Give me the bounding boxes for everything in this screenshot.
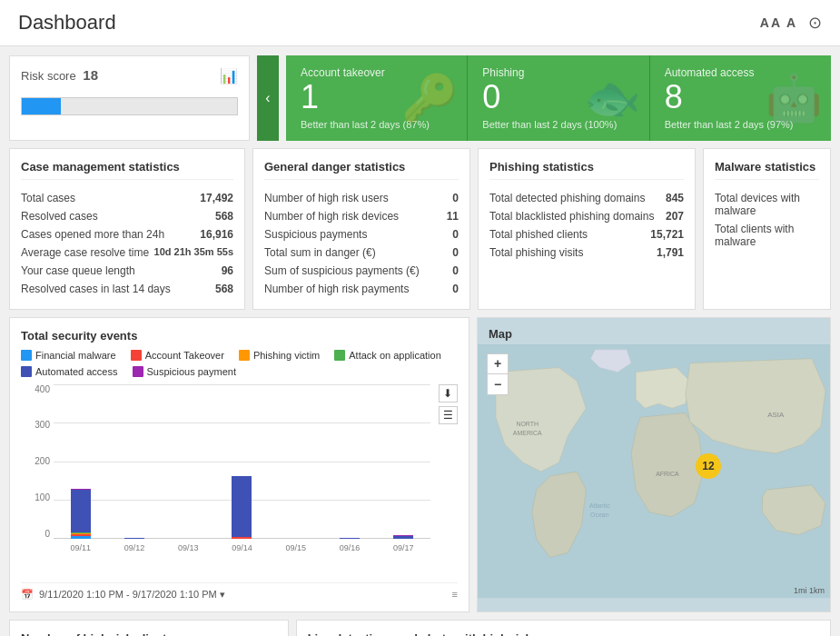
phishing-card: Phishing 0 Better than last 2 days (100%…	[468, 55, 649, 141]
stat-row: Number of high risk devices11	[264, 207, 459, 225]
svg-text:Atlantic: Atlantic	[589, 502, 610, 508]
chart-icon: 📊	[220, 67, 238, 84]
stat-row: Resolved cases in last 14 days568	[21, 280, 233, 298]
phishing-victim-color	[239, 350, 250, 361]
stat-row: Total devices with malware	[715, 189, 819, 220]
legend-suspicious: Suspicious payment	[133, 366, 236, 377]
case-management-card: Case management statistics Total cases17…	[9, 148, 245, 310]
phishing-stats-rows: Total detected phishing domains845 Total…	[489, 189, 684, 262]
svg-text:AFRICA: AFRICA	[656, 471, 679, 477]
bar-group	[124, 538, 144, 539]
risk-bar-container	[21, 97, 238, 115]
map-canvas: NORTH AMERICA ASIA AFRICA Atlantic Ocean…	[478, 344, 830, 599]
security-events-panel: Total security events Financial malware …	[9, 317, 469, 612]
stat-row: Total phishing visits1,791	[489, 243, 684, 262]
stat-row: Cases opened more than 24h16,916	[21, 225, 233, 243]
malware-stats-title: Malware statistics	[715, 160, 819, 180]
general-danger-title: General danger statistics	[264, 160, 459, 180]
legend-financial: Financial malware	[21, 350, 116, 361]
map-zoom-controls: + −	[487, 353, 509, 395]
legend-phishing: Phishing victim	[239, 350, 320, 361]
bar-segment	[232, 537, 252, 539]
case-mgmt-rows: Total cases17,492 Resolved cases568 Case…	[21, 189, 233, 298]
bar-group	[71, 489, 91, 539]
general-danger-rows: Number of high risk users0 Number of hig…	[264, 189, 459, 298]
stat-row: Total blacklisted phishing domains207	[489, 207, 684, 225]
map-cluster-marker[interactable]: 12	[696, 453, 721, 479]
risk-score-card: Risk score 18 📊	[9, 55, 250, 141]
live-detections-title: Live detections and alerts with high ris…	[308, 631, 819, 636]
map-title: Map	[478, 318, 830, 344]
stat-row: Total sum in danger (€)0	[264, 243, 459, 262]
zoom-out-button[interactable]: −	[488, 374, 508, 394]
chart-map-row: Total security events Financial malware …	[9, 317, 831, 612]
suspicious-payment-color	[133, 366, 143, 377]
bar-segment	[340, 538, 360, 539]
svg-text:ASIA: ASIA	[767, 411, 785, 419]
bar-segment	[393, 536, 413, 539]
bar-stack	[232, 476, 252, 539]
font-size-control[interactable]: AA A	[760, 15, 797, 30]
stat-row: Total detected phishing domains845	[489, 189, 684, 207]
case-mgmt-title: Case management statistics	[21, 160, 233, 180]
stat-row: Your case queue length96	[21, 262, 233, 280]
main-content: Risk score 18 📊 ‹ Account takeover 1 Bet…	[0, 46, 840, 636]
x-axis-label: 09/14	[232, 543, 252, 552]
green-cards-container: Account takeover 1 Better than last 2 da…	[286, 55, 831, 141]
account-takeover-color	[131, 350, 142, 361]
stat-row: Resolved cases568	[21, 207, 233, 225]
legend-automated: Automated access	[21, 366, 118, 377]
svg-text:NORTH: NORTH	[516, 421, 539, 427]
live-detections-panel: Live detections and alerts with high ris…	[296, 620, 831, 636]
fish-icon: 🐟	[584, 72, 640, 124]
risk-score-label: Risk score 18	[21, 67, 98, 83]
stat-row: Total phished clients15,721	[489, 225, 684, 243]
svg-text:Ocean: Ocean	[590, 511, 609, 517]
phishing-stats-card: Phishing statistics Total detected phish…	[478, 148, 696, 310]
high-risk-clients-title: Number of high risk clients	[21, 631, 277, 636]
automated-access-card: Automated access 8 Better than last 2 da…	[650, 55, 831, 141]
map-panel: Map	[477, 317, 831, 612]
stat-row: Number of high risk users0	[264, 189, 459, 207]
stat-row: Number of high risk payments0	[264, 280, 459, 298]
bar-segment	[232, 476, 252, 537]
robot-icon: 🤖	[766, 72, 822, 124]
bar-segment	[124, 538, 144, 539]
bars-area	[54, 384, 430, 539]
stats-row: Case management statistics Total cases17…	[9, 148, 831, 310]
bar-group	[232, 476, 252, 539]
x-axis-label: 09/16	[340, 543, 361, 552]
account-takeover-card: Account takeover 1 Better than last 2 da…	[286, 55, 468, 141]
prev-card-button[interactable]: ‹	[257, 55, 279, 141]
key-icon: 🔑	[401, 72, 458, 124]
stat-row: Suspicious payments0	[264, 225, 459, 243]
bar-stack	[340, 538, 360, 539]
risk-bar-fill	[22, 98, 61, 114]
calendar-icon: 📅	[21, 589, 34, 601]
chart-area-wrapper: 400 300 200 100 0	[21, 384, 458, 575]
chart-date-range[interactable]: 📅 9/11/2020 1:10 PM - 9/17/2020 1:10 PM …	[21, 589, 225, 601]
bar-group	[393, 535, 413, 539]
stat-row: Average case resolve time10d 21h 35m 55s	[21, 243, 233, 262]
map-svg: NORTH AMERICA ASIA AFRICA Atlantic Ocean	[478, 344, 830, 599]
legend-attack: Attack on application	[334, 350, 441, 361]
list-icon[interactable]: ☰	[439, 406, 458, 424]
theme-toggle[interactable]: ⊙	[808, 13, 822, 33]
download-icon[interactable]: ⬇	[439, 384, 458, 402]
svg-text:AMERICA: AMERICA	[513, 430, 542, 436]
bar-stack	[71, 489, 91, 539]
app-header: Dashboard AA A ⊙	[0, 0, 840, 46]
bottom-row: Number of high risk clients ≤1 Live dete…	[9, 620, 831, 636]
y-axis: 400 300 200 100 0	[21, 384, 54, 539]
x-axis-label: 09/15	[286, 543, 307, 552]
table-view-icon[interactable]: ≡	[452, 589, 458, 600]
bar-stack	[393, 535, 413, 539]
bar-stack	[124, 538, 144, 539]
zoom-in-button[interactable]: +	[488, 354, 508, 374]
bar-segment	[71, 536, 91, 539]
x-axis-label: 09/12	[124, 543, 145, 552]
attack-app-color	[334, 350, 345, 361]
top-row: Risk score 18 📊 ‹ Account takeover 1 Bet…	[9, 55, 831, 141]
high-risk-clients-panel: Number of high risk clients ≤1	[9, 620, 289, 636]
bar-group	[340, 538, 360, 539]
